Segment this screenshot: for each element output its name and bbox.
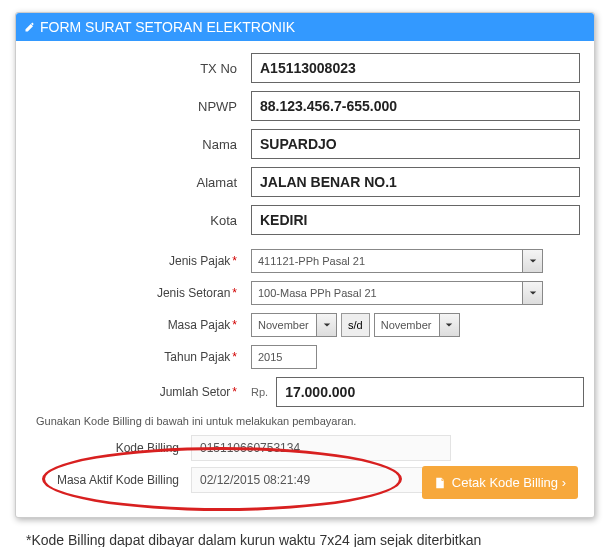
label-tahun-pajak: Tahun Pajak*	[26, 350, 251, 364]
label-kode-billing: Kode Billing	[26, 441, 191, 455]
label-kota: Kota	[26, 213, 251, 228]
label-jumlah-setor: Jumlah Setor*	[26, 385, 251, 399]
footnote: *Kode Billing dapat dibayar dalam kurun …	[26, 532, 592, 547]
dropdown-icon[interactable]	[523, 249, 543, 273]
panel-header: FORM SURAT SETORAN ELEKTRONIK	[16, 13, 594, 41]
panel-title: FORM SURAT SETORAN ELEKTRONIK	[40, 19, 295, 35]
document-icon	[434, 477, 446, 489]
select-jenis-setoran[interactable]: 100-Masa PPh Pasal 21	[251, 281, 523, 305]
label-jenis-pajak: Jenis Pajak*	[26, 254, 251, 268]
form-panel: FORM SURAT SETORAN ELEKTRONIK TX No NPWP…	[15, 12, 595, 518]
edit-icon	[24, 20, 36, 32]
label-masa-pajak: Masa Pajak*	[26, 318, 251, 332]
select-masa-from[interactable]: November	[251, 313, 317, 337]
cetak-kode-billing-button[interactable]: Cetak Kode Billing ›	[422, 466, 578, 499]
select-jenis-pajak[interactable]: 411121-PPh Pasal 21	[251, 249, 523, 273]
dropdown-icon[interactable]	[440, 313, 460, 337]
input-jumlah-setor[interactable]	[276, 377, 584, 407]
input-tahun-pajak[interactable]	[251, 345, 317, 369]
input-kode-billing	[191, 435, 451, 461]
label-jenis-setoran: Jenis Setoran*	[26, 286, 251, 300]
input-alamat[interactable]	[251, 167, 580, 197]
dropdown-icon[interactable]	[317, 313, 337, 337]
label-masa-aktif: Masa Aktif Kode Billing	[26, 473, 191, 487]
input-npwp[interactable]	[251, 91, 580, 121]
hint-text: Gunakan Kode Billing di bawah ini untuk …	[36, 415, 584, 427]
label-npwp: NPWP	[26, 99, 251, 114]
panel-body: TX No NPWP Nama Alamat Kota Jenis Pajak*…	[16, 41, 594, 517]
cetak-label: Cetak Kode Billing ›	[452, 475, 566, 490]
input-masa-aktif	[191, 467, 451, 493]
label-nama: Nama	[26, 137, 251, 152]
label-txno: TX No	[26, 61, 251, 76]
input-nama[interactable]	[251, 129, 580, 159]
dropdown-icon[interactable]	[523, 281, 543, 305]
currency-prefix: Rp.	[251, 386, 268, 398]
select-masa-to[interactable]: November	[374, 313, 440, 337]
input-txno[interactable]	[251, 53, 580, 83]
separator-sd: s/d	[341, 313, 370, 337]
label-alamat: Alamat	[26, 175, 251, 190]
input-kota[interactable]	[251, 205, 580, 235]
